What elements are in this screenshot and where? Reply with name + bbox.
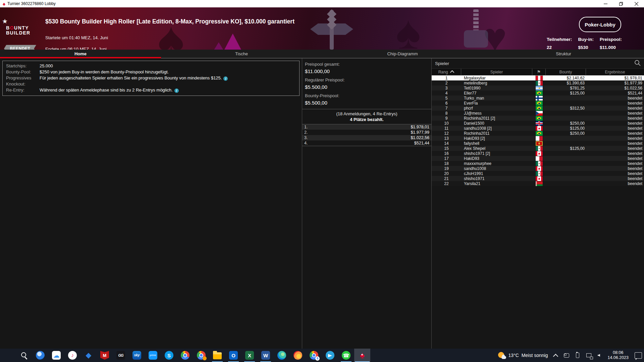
czechia-flag-icon <box>536 111 543 116</box>
search-glyph <box>21 352 26 357</box>
player-row[interactable]: 4Eller77$125,00$521,44 <box>432 90 644 96</box>
pokerstars-icon[interactable]: ♠ <box>354 349 370 362</box>
player-row[interactable]: 19sandhu1008beendet <box>432 166 644 171</box>
browser-blue-icon[interactable] <box>32 349 48 362</box>
itunes-icon[interactable]: ♪ <box>64 349 80 362</box>
outlook-icon[interactable]: O <box>225 349 241 362</box>
info-label: Bounty-Pool: <box>6 69 38 75</box>
player-row[interactable]: 21shisho1971beendet <box>432 176 644 181</box>
players-table-header: Rang Spieler ⚑ Bounty Ergebnisse <box>432 68 644 75</box>
places-paid-text: 4 Plätze bezahlt. <box>302 117 431 122</box>
excel-glyph: X <box>245 351 254 360</box>
player-flag-cell <box>532 136 546 141</box>
start-time-text: Startete um 01:40 MEZ, 14. Juni <box>45 35 108 40</box>
search-icon[interactable] <box>634 60 641 67</box>
player-row[interactable]: 1Mrgalaxyliar$2.140,62$1.978,01 <box>432 75 644 80</box>
minimize-button[interactable] <box>598 0 613 7</box>
player-row[interactable]: 9Rochinha2011 [2]beendet <box>432 116 644 121</box>
edge-icon[interactable] <box>274 349 290 362</box>
player-flag-cell <box>532 176 546 181</box>
column-header-flag[interactable]: ⚑ <box>532 69 546 75</box>
player-row[interactable]: 16shisho1971 [2]beendet <box>432 151 644 156</box>
restore-button[interactable] <box>613 0 629 7</box>
chevron-up-icon[interactable] <box>552 352 558 358</box>
camera-icon[interactable] <box>564 352 570 358</box>
weather-widget[interactable]: 13°C Meist sonnig <box>498 351 548 359</box>
mcafee-icon[interactable]: M <box>97 349 113 362</box>
player-rank: 10 <box>432 121 461 126</box>
close-button[interactable] <box>629 0 644 7</box>
player-result: beendet <box>586 161 644 166</box>
network-icon[interactable] <box>586 352 592 358</box>
stat-label: Teilnehmer: <box>547 37 572 42</box>
word-icon[interactable]: W <box>258 349 274 362</box>
player-row[interactable]: 2metelindberg$1.390,63$1.977,99 <box>432 80 644 85</box>
chrome-dollar-icon[interactable] <box>306 349 322 362</box>
poker-diamond-icon[interactable]: ◆ <box>80 349 97 362</box>
player-row[interactable]: 11sandhu1008 [2]$125,00beendet <box>432 126 644 131</box>
sky-icon[interactable]: sky <box>129 349 145 362</box>
excel-icon[interactable]: X <box>241 349 258 362</box>
tab-home[interactable]: Home <box>0 50 161 58</box>
player-row[interactable]: 14failyshellbeendet <box>432 141 644 146</box>
player-result: beendet <box>586 176 644 181</box>
chrome-profile-icon[interactable] <box>193 349 209 362</box>
prime-video-icon[interactable]: prime <box>145 349 161 362</box>
poker-lobby-button[interactable]: Poker-Lobby <box>579 17 621 32</box>
player-row[interactable]: 3Tet01990$781,25$1.022,56 <box>432 85 644 90</box>
tab-struktur[interactable]: Struktur <box>483 50 644 58</box>
column-header-rang[interactable]: Rang <box>432 69 461 75</box>
chrome-icon[interactable] <box>177 349 193 362</box>
player-name: Daniel1500 <box>461 121 532 126</box>
usb-icon[interactable] <box>575 352 581 358</box>
tab-chip-diagramm[interactable]: Chip-Diagramm <box>322 50 483 58</box>
file-explorer-icon[interactable] <box>209 349 225 362</box>
icloud-icon[interactable]: ☁ <box>48 349 64 362</box>
column-header-ergebnisse[interactable]: Ergebnisse <box>586 69 644 75</box>
player-result: beendet <box>586 146 644 151</box>
player-row[interactable]: 18maxxxmurpheebeendet <box>432 161 644 166</box>
player-result: $521,44 <box>586 91 644 96</box>
action-center-icon[interactable] <box>635 352 642 359</box>
info-text: Für jeden ausgeschalteten Spieler erhalt… <box>40 75 297 87</box>
player-row[interactable]: 12Rochinha2011$250,00beendet <box>432 131 644 136</box>
outlook-glyph: O <box>229 351 238 360</box>
player-row[interactable]: 5Turko_manbeendet <box>432 96 644 101</box>
info-icon[interactable]: i <box>174 88 179 93</box>
player-row[interactable]: 17HakiD93beendet <box>432 156 644 161</box>
player-result: beendet <box>586 111 644 116</box>
volume-icon[interactable] <box>597 352 603 358</box>
player-row[interactable]: 10Daniel1500$250,00beendet <box>432 121 644 126</box>
column-header-spieler[interactable]: Spieler <box>461 69 532 75</box>
weather-description: Meist sonnig <box>522 353 548 358</box>
brazil-flag-icon <box>536 106 543 111</box>
decor-spade-icon: ♠ <box>158 11 184 50</box>
column-header-bounty[interactable]: Bounty <box>546 69 586 75</box>
start-icon[interactable] <box>0 349 16 362</box>
player-rank: 9 <box>432 116 461 121</box>
player-row[interactable]: 6EverFlabeendet <box>432 101 644 106</box>
info-icon[interactable]: i <box>223 76 228 81</box>
stat-entrants: Teilnehmer: 22 <box>547 37 572 50</box>
player-row[interactable]: 20cJIoH1991beendet <box>432 171 644 176</box>
telegram-icon[interactable] <box>322 349 338 362</box>
player-row[interactable]: 8JJ@messbeendet <box>432 111 644 116</box>
player-row[interactable]: 7phcrf$312,50beendet <box>432 106 644 111</box>
skype-icon[interactable]: S <box>161 349 177 362</box>
taskbar-clock[interactable]: 08:06 14.06.2023 <box>607 350 629 360</box>
uk-flag-icon <box>536 121 543 126</box>
search-icon[interactable] <box>16 349 32 362</box>
ggpoker-icon[interactable]: GG <box>113 349 129 362</box>
player-bounty: $781,25 <box>546 86 586 90</box>
whatsapp-icon[interactable]: ☎ <box>338 349 354 362</box>
player-name: shisho1971 <box>461 176 532 181</box>
player-row[interactable]: 13HakiD93 [2]beendet <box>432 136 644 141</box>
firefox-icon[interactable] <box>290 349 306 362</box>
player-search-field[interactable]: Spieler <box>432 58 644 68</box>
tab-tische[interactable]: Tische <box>161 50 322 58</box>
player-flag-cell <box>532 121 546 126</box>
montenegro-flag-icon <box>536 141 543 146</box>
player-row[interactable]: 22Yarsila21beendet <box>432 181 644 186</box>
stat-value: $530 <box>578 45 594 50</box>
player-row[interactable]: 15Alex Shepel$125,00beendet <box>432 146 644 151</box>
